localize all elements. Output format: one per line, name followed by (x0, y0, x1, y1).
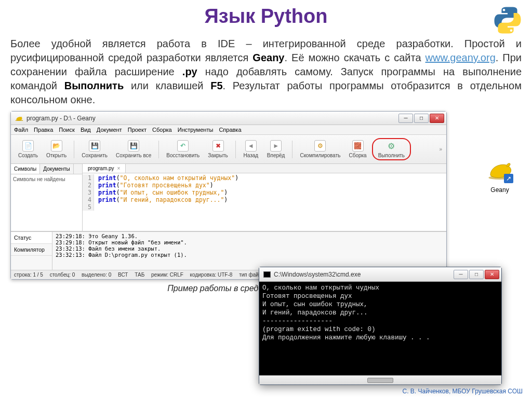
side-body: Символы не найдены (11, 174, 82, 231)
code-line: 1print("О, сколько нам открытий чудных") (83, 174, 446, 182)
cmd-line: И опыт, сын ошибок трудных, (262, 300, 498, 309)
cmd-line: ------------------ (262, 317, 498, 325)
save-button[interactable]: 💾Сохранить (78, 139, 111, 159)
menu-file[interactable]: Файл (14, 127, 28, 133)
status-tab: ТАБ (135, 272, 144, 278)
status-ins: ВСТ (118, 272, 128, 278)
maximize-button[interactable]: □ (414, 114, 429, 123)
side-tab-documents[interactable]: Документы (40, 164, 74, 174)
status-line: строка: 1 / 5 (14, 272, 43, 278)
svg-point-0 (503, 9, 506, 11)
build-button[interactable]: 🧱Сборка (345, 139, 369, 159)
cmd-output: О, сколько нам открытий чудныхГотовят пр… (259, 282, 501, 375)
geany-word: Geany (252, 52, 284, 63)
tab-close-icon[interactable]: × (117, 166, 121, 171)
status-sel: выделено: 0 (82, 272, 111, 278)
cmd-maximize-button[interactable]: □ (469, 270, 484, 279)
code-line: 2print("Готовят просвещенья дух") (83, 182, 446, 189)
slide-paragraph: Более удобной является работа в IDE – ин… (10, 37, 522, 107)
svg-point-2 (20, 117, 22, 118)
compile-button[interactable]: ⚙Скомпилировать (297, 139, 343, 159)
cmd-line: О, сколько нам открытий чудных (262, 284, 498, 292)
menu-search[interactable]: Поиск (59, 127, 74, 133)
run-button[interactable]: ⚙Выполнить (372, 138, 411, 160)
bottom-panel: Статус Компилятор 23:29:18: Это Geany 1.… (11, 231, 446, 270)
tab-filename: program.py (88, 166, 114, 171)
bottom-tab-compiler[interactable]: Компилятор (11, 244, 52, 256)
side-panel: Символы Документы Символы не найдены (11, 164, 83, 231)
code-area[interactable]: 1print("О, сколько нам открытий чудных")… (83, 173, 446, 231)
editor-tab[interactable]: program.py × (83, 164, 126, 173)
menu-build[interactable]: Сборка (152, 127, 172, 133)
menu-help[interactable]: Справка (219, 127, 241, 133)
forward-button[interactable]: ►Вперёд (264, 139, 288, 159)
editor-area: program.py × 1print("О, сколько нам откр… (83, 164, 446, 231)
saveall-button[interactable]: 💾Сохранить все (113, 139, 154, 159)
cmd-title: C:\Windows\system32\cmd.exe (274, 271, 361, 278)
shortcut-arrow-icon: ↗ (504, 174, 513, 183)
message-line: 23:32:13: Файл без имени закрыт. (56, 245, 443, 252)
minimize-button[interactable]: ─ (398, 114, 413, 123)
cmd-titlebar: C:\Windows\system32\cmd.exe ─ □ ✕ (259, 267, 501, 282)
cmd-line: Для продолжения нажмите любую клавишу . … (262, 334, 498, 342)
code-line: 5 (83, 203, 446, 211)
message-line: 23:29:18: Открыт новый файл "без имени". (56, 239, 443, 245)
back-button[interactable]: ◄Назад (240, 139, 262, 159)
message-line: 23:29:18: Это Geany 1.36. (56, 233, 443, 239)
f5-key: F5 (210, 80, 222, 91)
bottom-tab-status[interactable]: Статус (11, 232, 52, 244)
cmd-minimize-button[interactable]: ─ (454, 270, 468, 279)
slide-title: Язык Python (10, 5, 522, 28)
close-button[interactable]: ✕ (430, 114, 444, 123)
menu-edit[interactable]: Правка (34, 127, 53, 133)
revert-button[interactable]: ↶Восстановить (163, 139, 203, 159)
shortcut-label: Geany (479, 186, 521, 194)
cmd-scrollbar[interactable] (259, 375, 501, 385)
status-enc: кодировка: UTF-8 (190, 272, 233, 278)
menu-tools[interactable]: Инструменты (178, 127, 214, 133)
cmd-line: И гений, парадоксов друг... (262, 309, 498, 317)
menu-view[interactable]: Вид (81, 127, 91, 133)
geany-window: program.py - D:\ - Geany ─ □ ✕ Файл Прав… (10, 111, 447, 280)
cmd-line: Готовят просвещенья дух (262, 292, 498, 300)
toolbar-overflow[interactable]: » (439, 146, 442, 152)
toolbar: 📄Создать 📂Открыть 💾Сохранить 💾Сохранить … (11, 135, 446, 164)
cmd-icon (263, 271, 271, 278)
message-line: 23:32:13: Файл D:\program.py открыт (1). (56, 252, 443, 258)
open-button[interactable]: 📂Открыть (43, 139, 70, 159)
side-tab-symbols[interactable]: Символы (11, 164, 40, 174)
menu-project[interactable]: Проект (128, 127, 147, 133)
messages-area: 23:29:18: Это Geany 1.36.23:29:18: Откры… (52, 232, 446, 270)
window-titlebar: program.py - D:\ - Geany ─ □ ✕ (11, 112, 446, 125)
code-line: 3print("И опыт, сын ошибок трудных,") (83, 189, 446, 196)
svg-rect-3 (16, 120, 23, 120)
python-logo (493, 5, 523, 35)
cmd-line: (program exited with code: 0) (262, 325, 498, 334)
run-word: Выполнить (64, 80, 124, 91)
geany-shortcut[interactable]: ↗ Geany (479, 160, 521, 194)
footer-credit: С. В. Чайченков, МБОУ Грушевская СОШ (403, 388, 523, 395)
window-title: program.py - D:\ - Geany (26, 115, 96, 122)
menubar: Файл Правка Поиск Вид Документ Проект Сб… (11, 125, 446, 135)
close-doc-button[interactable]: ✖Закрыть (205, 139, 231, 159)
code-line: 4print("И гений, парадоксов друг...") (83, 196, 446, 203)
new-button[interactable]: 📄Создать (15, 139, 41, 159)
lamp-icon (15, 115, 23, 121)
status-crlf: режим: CRLF (151, 272, 183, 278)
cmd-window: C:\Windows\system32\cmd.exe ─ □ ✕ О, ско… (259, 267, 502, 385)
cmd-close-button[interactable]: ✕ (485, 270, 499, 279)
menu-document[interactable]: Документ (97, 127, 122, 133)
svg-point-1 (510, 29, 513, 32)
py-ext: .py (182, 66, 197, 77)
geany-link[interactable]: www.geany.org (425, 52, 496, 63)
status-col: столбец: 0 (50, 272, 75, 278)
